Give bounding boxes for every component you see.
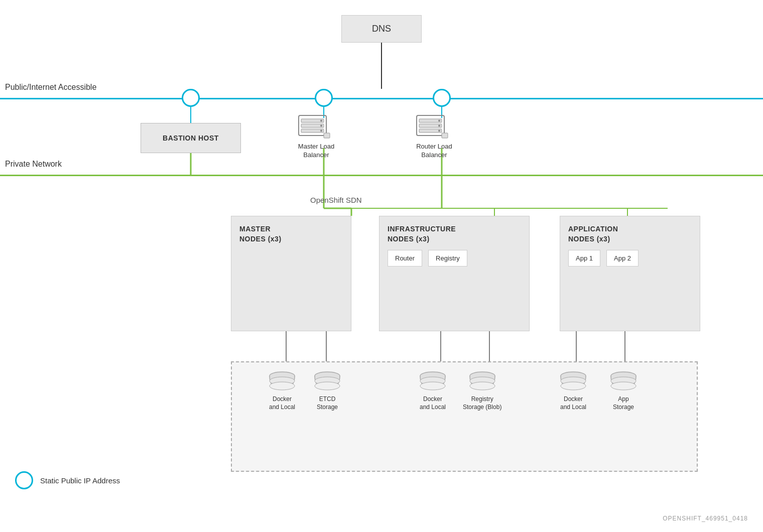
router-lb-container: Router LoadBalancer — [414, 113, 454, 160]
storage-label-1: Dockerand Local — [269, 395, 295, 411]
router-lb-icon — [414, 113, 454, 141]
svg-point-35 — [438, 120, 440, 122]
footer-text: OPENSHIFT_469951_0418 — [663, 515, 748, 522]
bastion-circle-connector — [182, 89, 200, 107]
master-lb-container: Master LoadBalancer — [296, 113, 336, 160]
infra-nodes-title: INFRASTRUCTURENODES (x3) — [388, 224, 521, 244]
app-nodes-title: APPLICATIONNODES (x3) — [568, 224, 692, 244]
db-icon-5 — [558, 370, 588, 392]
storage-label-2: ETCDStorage — [317, 395, 338, 411]
svg-point-47 — [420, 382, 445, 390]
storage-label-6: AppStorage — [613, 395, 634, 411]
router-lb-circle-connector — [433, 89, 451, 107]
svg-point-29 — [320, 130, 322, 132]
svg-point-50 — [470, 382, 495, 390]
db-icon-1 — [267, 370, 297, 392]
storage-app: AppStorage — [608, 370, 639, 411]
db-icon-6 — [608, 370, 639, 392]
svg-point-41 — [270, 382, 295, 390]
bastion-host-box: BASTION HOST — [141, 123, 241, 153]
storage-docker-app: Dockerand Local — [558, 370, 588, 411]
storage-label-4: RegistryStorage (Blob) — [463, 395, 501, 411]
infra-nodes-group: INFRASTRUCTURENODES (x3) Router Registry — [379, 216, 530, 331]
legend-circle-icon — [15, 471, 33, 489]
app1-sub-box: App 1 — [568, 250, 600, 267]
app2-sub-box: App 2 — [606, 250, 639, 267]
storage-docker-master: Dockerand Local — [267, 370, 297, 411]
master-nodes-title: MASTERNODES (x3) — [239, 224, 343, 244]
legend-text: Static Public IP Address — [40, 476, 120, 485]
router-lb-label: Router LoadBalancer — [416, 143, 452, 160]
dns-box: DNS — [341, 15, 422, 43]
router-sub-box: Router — [388, 250, 422, 267]
private-network-line — [0, 175, 763, 176]
db-icon-3 — [418, 370, 448, 392]
storage-label-3: Dockerand Local — [420, 395, 446, 411]
app2-label: App 2 — [614, 254, 631, 262]
svg-point-44 — [315, 382, 340, 390]
router-label: Router — [395, 254, 415, 262]
svg-point-28 — [320, 125, 322, 127]
master-lb-icon — [296, 113, 336, 141]
public-network-label: Public/Internet Accessible — [5, 83, 96, 92]
private-network-label: Private Network — [5, 160, 62, 169]
svg-rect-30 — [324, 133, 330, 138]
legend: Static Public IP Address — [15, 471, 120, 489]
master-nodes-group: MASTERNODES (x3) — [231, 216, 351, 331]
svg-point-37 — [438, 130, 440, 132]
sdn-label: OpenShift SDN — [310, 196, 362, 204]
db-icon-4 — [467, 370, 497, 392]
svg-point-53 — [561, 382, 586, 390]
registry-label: Registry — [436, 254, 460, 262]
storage-docker-infra: Dockerand Local — [418, 370, 448, 411]
master-lb-circle-connector — [315, 89, 333, 107]
public-network-line — [0, 98, 763, 99]
storage-etcd: ETCDStorage — [312, 370, 342, 411]
master-lb-label: Master LoadBalancer — [298, 143, 334, 160]
app-nodes-group: APPLICATIONNODES (x3) App 1 App 2 — [560, 216, 700, 331]
storage-registry: RegistryStorage (Blob) — [463, 370, 501, 411]
bastion-host-label: BASTION HOST — [163, 134, 219, 142]
app1-label: App 1 — [576, 254, 593, 262]
dns-label: DNS — [372, 24, 391, 34]
svg-point-56 — [611, 382, 636, 390]
registry-sub-box: Registry — [428, 250, 467, 267]
svg-point-36 — [438, 125, 440, 127]
svg-point-27 — [320, 120, 322, 122]
db-icon-2 — [312, 370, 342, 392]
storage-label-5: Dockerand Local — [560, 395, 586, 411]
storage-area: Dockerand Local ETCDStorage Dockerand Lo… — [231, 361, 698, 472]
svg-rect-38 — [442, 133, 448, 138]
